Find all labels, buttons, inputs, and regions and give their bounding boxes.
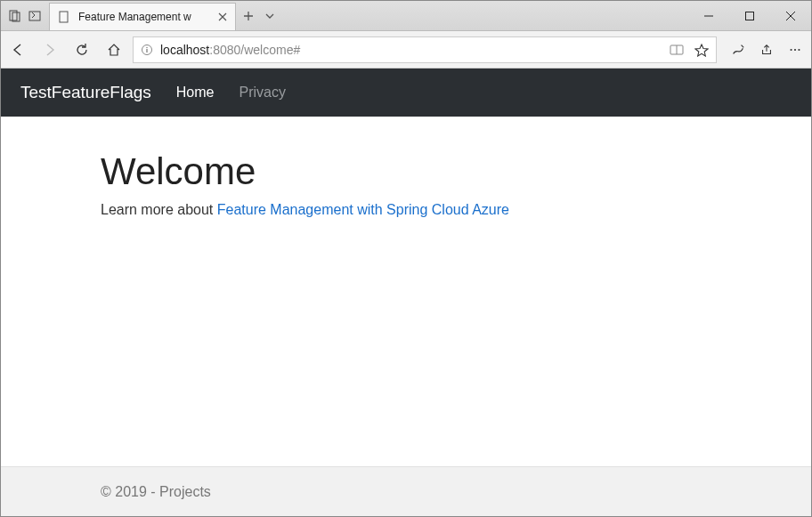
tab-title: Feature Management w (78, 11, 210, 23)
more-icon[interactable] (788, 43, 802, 57)
address-bar-tools (670, 43, 709, 57)
page-viewport: TestFeatureFlags Home Privacy Welcome Le… (1, 69, 811, 516)
tab-strip-left (1, 1, 47, 30)
back-button[interactable] (10, 42, 26, 58)
set-aside-tabs-icon[interactable] (8, 9, 22, 23)
browser-toolbar: localhost:8080/welcome# (1, 31, 811, 69)
nav-link-privacy[interactable]: Privacy (239, 85, 285, 101)
svg-point-11 (798, 48, 800, 50)
nav-link-home[interactable]: Home (176, 85, 215, 101)
tab-dropdown-icon[interactable] (263, 9, 277, 23)
notes-icon[interactable] (731, 43, 745, 57)
svg-point-6 (146, 46, 148, 48)
svg-rect-4 (746, 12, 754, 20)
page-footer: © 2019 - Projects (1, 466, 811, 516)
browser-tab-strip: Feature Management w (1, 1, 811, 31)
footer-text: © 2019 - Projects (101, 484, 211, 500)
nav-buttons (10, 42, 122, 58)
home-button[interactable] (106, 42, 122, 58)
url-path: :8080/welcome# (209, 43, 300, 57)
url-text: localhost:8080/welcome# (160, 43, 300, 57)
svg-point-10 (794, 48, 796, 50)
page-icon (57, 10, 71, 24)
page-lead: Learn more about Feature Management with… (101, 202, 811, 218)
svg-point-9 (790, 48, 792, 50)
browser-tab[interactable]: Feature Management w (49, 3, 236, 30)
page-heading: Welcome (101, 150, 811, 193)
svg-rect-2 (29, 12, 40, 20)
minimize-button[interactable] (688, 2, 729, 30)
toolbar-right (727, 43, 802, 57)
lead-prefix: Learn more about (101, 202, 217, 217)
close-tab-button[interactable] (217, 12, 228, 22)
address-bar[interactable]: localhost:8080/welcome# (133, 36, 717, 63)
url-host: localhost (160, 43, 209, 57)
forward-button[interactable] (42, 42, 58, 58)
lead-link[interactable]: Feature Management with Spring Cloud Azu… (217, 202, 509, 217)
new-tab-button[interactable] (241, 9, 256, 23)
favorite-icon[interactable] (694, 43, 709, 57)
window-controls (688, 1, 811, 30)
reading-view-icon[interactable] (670, 43, 684, 57)
svg-rect-7 (146, 49, 147, 53)
show-set-aside-icon[interactable] (28, 9, 42, 23)
site-navbar: TestFeatureFlags Home Privacy (1, 69, 811, 117)
share-icon[interactable] (759, 43, 774, 57)
brand[interactable]: TestFeatureFlags (20, 83, 151, 102)
page-content: Welcome Learn more about Feature Managem… (1, 117, 811, 466)
site-info-icon[interactable] (141, 44, 153, 56)
maximize-button[interactable] (729, 2, 770, 30)
tab-strip-actions (236, 1, 282, 30)
refresh-button[interactable] (74, 42, 90, 58)
close-window-button[interactable] (770, 2, 811, 30)
svg-rect-3 (60, 12, 68, 22)
